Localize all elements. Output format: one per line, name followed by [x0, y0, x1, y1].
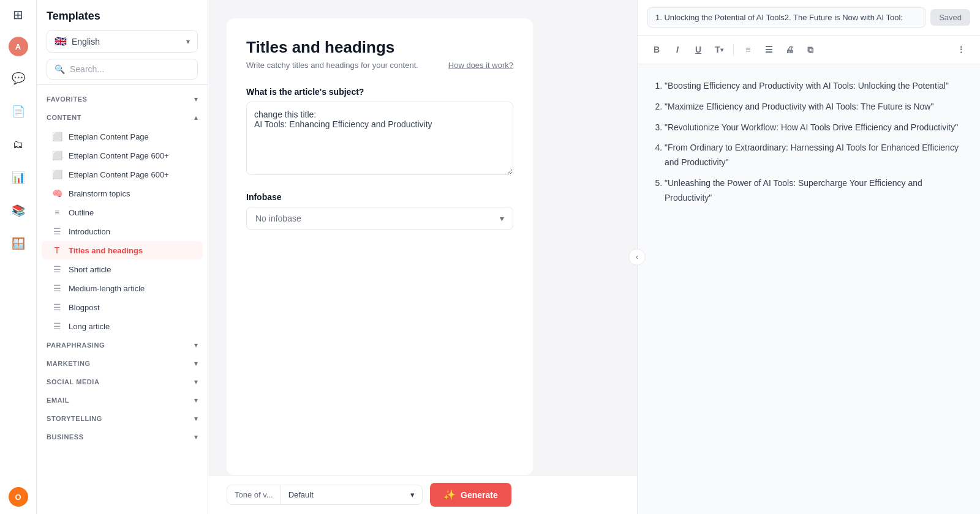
sidebar-item-etteplan-3[interactable]: ⬜ Etteplan Content Page 600+: [42, 165, 203, 184]
nav-chat-icon[interactable]: 💬: [7, 67, 29, 89]
nav-templates-icon[interactable]: 🗂: [7, 133, 29, 155]
text-type-button[interactable]: T▾: [710, 40, 728, 59]
page-icon: ⬜: [51, 151, 62, 160]
output-list-item: "From Ordinary to Extraordinary: Harness…: [665, 141, 965, 170]
doc-icon: ☰: [51, 283, 62, 293]
item-label: Medium-length article: [69, 284, 145, 293]
subject-section: What is the article's subject? change th…: [246, 87, 513, 177]
infobase-dropdown[interactable]: No infobase ▾: [246, 207, 513, 230]
tone-default-text: Default: [288, 490, 314, 499]
output-list-item: "Revolutionize Your Workflow: How AI Too…: [665, 121, 965, 135]
item-label: Introduction: [69, 227, 110, 236]
unordered-list-button[interactable]: ☰: [760, 40, 778, 59]
social-media-label: SOCIAL MEDIA: [47, 378, 99, 386]
saved-badge: Saved: [930, 9, 970, 26]
email-label: EMAIL: [47, 397, 69, 404]
outline-icon: ≡: [51, 207, 62, 217]
grid-icon[interactable]: ⊞: [13, 7, 23, 22]
bold-button[interactable]: B: [647, 40, 666, 59]
section-content[interactable]: CONTENT ▴: [37, 108, 208, 127]
sidebar-item-brainstorm[interactable]: 🧠 Brainstorm topics: [42, 184, 203, 203]
copy-button[interactable]: ⧉: [801, 40, 820, 59]
language-selector[interactable]: 🇬🇧 English ▾: [47, 30, 198, 53]
how-does-it-work-link[interactable]: How does it work?: [448, 61, 513, 70]
tone-selector[interactable]: Tone of v... Default ▾: [227, 485, 423, 505]
doc-icon: ☰: [51, 226, 62, 236]
doc-icon: ☰: [51, 321, 62, 331]
paraphrasing-chevron-icon: ▾: [194, 341, 198, 349]
user-avatar-bottom[interactable]: O: [9, 487, 28, 507]
bottom-bar: Tone of v... Default ▾ ✨ Generate: [208, 475, 637, 514]
nav-layers-icon[interactable]: 🪟: [7, 233, 29, 255]
content-label: CONTENT: [47, 114, 81, 121]
section-email[interactable]: EMAIL ▾: [37, 391, 208, 409]
sidebar-item-medium-article[interactable]: ☰ Medium-length article: [42, 279, 203, 297]
more-options-button[interactable]: ⋮: [952, 40, 970, 59]
sidebar-item-blogpost[interactable]: ☰ Blogpost: [42, 298, 203, 316]
output-list: "Boosting Efficiency and Productivity wi…: [652, 79, 965, 206]
subject-label: What is the article's subject?: [246, 87, 513, 97]
search-input[interactable]: [70, 64, 190, 74]
generate-button[interactable]: ✨ Generate: [430, 483, 511, 507]
subject-textarea[interactable]: change this title: AI Tools: Enhancing E…: [246, 102, 513, 175]
sidebar-item-etteplan-1[interactable]: ⬜ Etteplan Content Page: [42, 127, 203, 146]
sidebar-title: Templates: [47, 10, 198, 23]
sidebar: Templates 🇬🇧 English ▾ 🔍 FAVORITES ▾ CON…: [37, 0, 208, 514]
right-panel: Saved B I U T▾ ≡ ☰ 🖨 ⧉ ⋮ "Boosting Effic…: [637, 0, 980, 514]
tone-label: Tone of v...: [227, 485, 281, 504]
tone-value[interactable]: Default ▾: [281, 485, 422, 504]
business-label: BUSINESS: [47, 433, 84, 441]
page-icon: ⬜: [51, 169, 62, 179]
item-label: Etteplan Content Page 600+: [69, 170, 169, 179]
output-content: "Boosting Efficiency and Productivity wi…: [638, 64, 980, 514]
sidebar-item-outline[interactable]: ≡ Outline: [42, 203, 203, 222]
infobase-value: No infobase: [255, 214, 301, 223]
nav-book-icon[interactable]: 📚: [7, 199, 29, 222]
infobase-label: Infobase: [246, 192, 513, 202]
sidebar-item-long-article[interactable]: ☰ Long article: [42, 317, 203, 335]
section-paraphrasing[interactable]: PARAPHRASING ▾: [37, 336, 208, 354]
output-header-input[interactable]: [647, 7, 925, 28]
content-chevron-icon: ▴: [194, 113, 198, 122]
marketing-label: MARKETING: [47, 360, 91, 367]
italic-button[interactable]: I: [668, 40, 687, 59]
item-label: Etteplan Content Page 600+: [69, 151, 169, 160]
email-chevron-icon: ▾: [194, 396, 198, 404]
item-label: Outline: [69, 208, 94, 217]
generate-label: Generate: [461, 490, 498, 500]
item-label: Etteplan Content Page: [69, 132, 149, 141]
section-favorites[interactable]: FAVORITES ▾: [37, 90, 208, 108]
favorites-chevron-icon: ▾: [194, 95, 198, 103]
section-storytelling[interactable]: STORYTELLING ▾: [37, 409, 208, 428]
output-header: Saved: [638, 0, 980, 35]
toolbar-divider-1: [733, 43, 734, 56]
doc-icon: ☰: [51, 302, 62, 312]
user-avatar-top[interactable]: A: [9, 37, 28, 56]
sidebar-item-etteplan-2[interactable]: ⬜ Etteplan Content Page 600+: [42, 146, 203, 165]
underline-button[interactable]: U: [689, 40, 707, 59]
storytelling-chevron-icon: ▾: [194, 414, 198, 423]
form-subtitle: Write catchy titles and headings for you…: [246, 61, 418, 70]
section-social-media[interactable]: SOCIAL MEDIA ▾: [37, 373, 208, 391]
print-button[interactable]: 🖨: [780, 40, 799, 59]
business-chevron-icon: ▾: [194, 433, 198, 441]
favorites-label: FAVORITES: [47, 95, 87, 103]
nav-docs-icon[interactable]: 📄: [7, 100, 29, 122]
lang-chevron-icon: ▾: [186, 37, 190, 46]
sidebar-item-introduction[interactable]: ☰ Introduction: [42, 222, 203, 240]
sidebar-item-titles[interactable]: T Titles and headings: [42, 241, 203, 259]
social-chevron-icon: ▾: [194, 378, 198, 386]
nav-chart-icon[interactable]: 📊: [7, 166, 29, 188]
search-icon: 🔍: [55, 64, 65, 74]
sidebar-item-short-article[interactable]: ☰ Short article: [42, 260, 203, 278]
storytelling-label: STORYTELLING: [47, 415, 102, 422]
main-wrapper: Titles and headings Write catchy titles …: [208, 0, 637, 514]
ordered-list-button[interactable]: ≡: [739, 40, 757, 59]
section-business[interactable]: BUSINESS ▾: [37, 428, 208, 446]
infobase-section: Infobase No infobase ▾: [246, 192, 513, 230]
main-scrollable: Titles and headings Write catchy titles …: [208, 0, 637, 475]
collapse-panel-button[interactable]: ‹: [628, 248, 646, 266]
sidebar-header: Templates 🇬🇧 English ▾ 🔍: [37, 0, 208, 85]
section-marketing[interactable]: MARKETING ▾: [37, 354, 208, 373]
language-label: English: [72, 37, 181, 47]
